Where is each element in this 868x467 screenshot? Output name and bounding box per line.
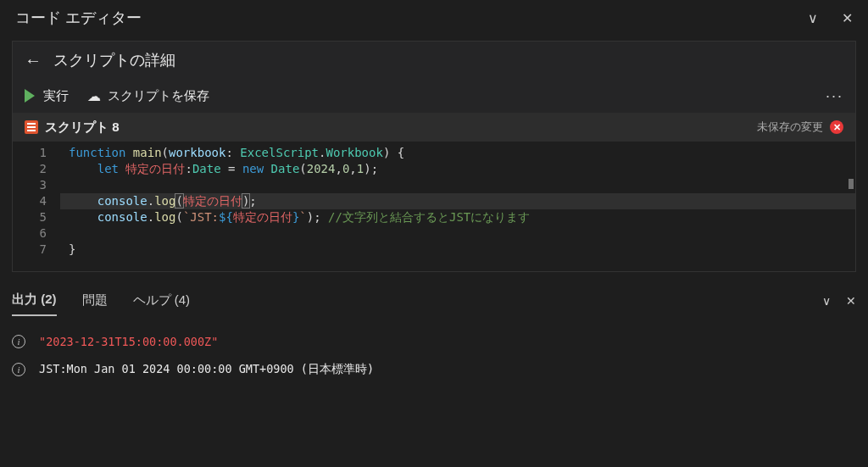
script-file-icon: [25, 120, 38, 134]
toolbar: 実行 ☁ スクリプトを保存 ···: [13, 79, 855, 113]
line-number: 3: [13, 177, 47, 193]
run-button[interactable]: 実行: [43, 88, 69, 104]
output-text: "2023-12-31T15:00:00.000Z": [39, 335, 218, 348]
output-text: JST:Mon Jan 01 2024 00:00:00 GMT+0900 (日…: [39, 362, 374, 377]
output-line: i JST:Mon Jan 01 2024 00:00:00 GMT+0900 …: [12, 362, 856, 377]
tab-output[interactable]: 出力 (2): [12, 285, 57, 316]
close-icon[interactable]: ✕: [842, 10, 853, 26]
details-title: スクリプトの詳細: [53, 50, 175, 70]
code-area[interactable]: function main(workbook: ExcelScript.Work…: [60, 145, 855, 266]
more-menu-icon[interactable]: ···: [826, 87, 843, 105]
panel-collapse-icon[interactable]: ∨: [822, 294, 831, 308]
output-line: i "2023-12-31T15:00:00.000Z": [12, 335, 856, 348]
info-icon: i: [12, 363, 25, 376]
line-number: 2: [13, 161, 47, 177]
titlebar-title: コード エディター: [15, 8, 808, 28]
unsaved-label: 未保存の変更: [757, 120, 823, 135]
code-line[interactable]: [60, 177, 855, 193]
tab-help[interactable]: ヘルプ (4): [133, 286, 191, 315]
play-icon[interactable]: [25, 89, 35, 103]
header-row: ← スクリプトの詳細: [13, 42, 855, 79]
panel-close-icon[interactable]: ✕: [846, 294, 856, 308]
unsaved-error-icon[interactable]: ✕: [830, 120, 843, 134]
line-number: 6: [13, 225, 47, 242]
tab-problems[interactable]: 問題: [82, 286, 108, 315]
code-line[interactable]: let 特定の日付:Date = new Date(2024,0,1);: [60, 161, 855, 177]
titlebar: コード エディター ∨ ✕: [0, 0, 868, 36]
line-number: 1: [13, 145, 47, 161]
line-number: 7: [13, 242, 47, 258]
back-arrow-icon[interactable]: ←: [25, 51, 42, 70]
editor-panel: ← スクリプトの詳細 実行 ☁ スクリプトを保存 ··· スクリプト 8 未保存…: [12, 41, 856, 272]
info-icon: i: [12, 335, 25, 348]
code-line[interactable]: }: [60, 242, 855, 258]
line-number: 4: [13, 193, 47, 209]
code-line[interactable]: console.log(特定の日付);: [60, 193, 855, 209]
chevron-down-icon[interactable]: ∨: [808, 10, 818, 26]
code-line[interactable]: function main(workbook: ExcelScript.Work…: [60, 145, 855, 161]
script-name: スクリプト 8: [45, 120, 757, 136]
line-number: 5: [13, 209, 47, 225]
output-panel: i "2023-12-31T15:00:00.000Z" i JST:Mon J…: [0, 318, 868, 408]
script-bar: スクリプト 8 未保存の変更 ✕: [13, 113, 855, 142]
line-gutter: 1234567: [13, 145, 60, 266]
save-script-button[interactable]: スクリプトを保存: [108, 88, 209, 104]
code-editor[interactable]: 1234567 function main(workbook: ExcelScr…: [13, 142, 855, 271]
cloud-save-icon[interactable]: ☁: [87, 88, 101, 104]
minimap-indicator[interactable]: [849, 179, 854, 189]
code-line[interactable]: console.log(`JST:${特定の日付}`); //文字列と結合すると…: [60, 209, 855, 225]
bottom-tabs: 出力 (2) 問題 ヘルプ (4) ∨ ✕: [0, 284, 868, 318]
code-line[interactable]: [60, 225, 855, 242]
